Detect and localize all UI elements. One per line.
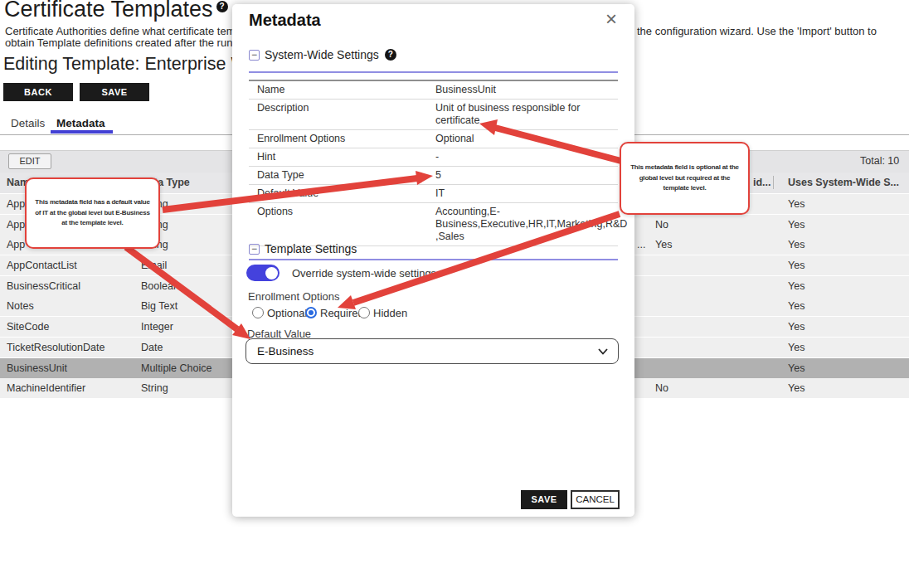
toggle-knob [265,267,278,279]
table-cell: Notes [7,296,34,316]
section-label: System-Wide Settings [265,48,379,61]
modal-save-button[interactable]: SAVE [521,490,567,509]
radio-label: Required [320,307,364,319]
field-label: Options [257,206,435,243]
radio-label: Hidden [373,307,407,319]
table-cell: Date [141,338,163,357]
table-cell: App [7,235,25,255]
table-cell: Yes [788,358,804,378]
field-value: Unit of business responsible for certifi… [435,102,611,127]
table-cell: BusinessUnit [7,358,67,378]
modal-cancel-button[interactable]: CANCEL [571,490,620,509]
field-label: Data Type [257,169,435,182]
column-header-partial[interactable]: id... [753,177,771,188]
metadata-modal: Metadata × − System-Wide Settings ? Name… [232,4,634,517]
total-count: Total: 10 [860,155,899,167]
editing-template-title: Editing Template: Enterprise W [3,54,248,75]
field-value: - [435,151,611,163]
table-cell: Yes [788,194,804,214]
table-cell: Email [141,255,167,275]
column-header-uses-system-wide[interactable]: Uses System-Wide S... [788,177,899,188]
table-cell: App [7,194,25,214]
tab-metadata[interactable]: Metadata [56,117,105,129]
field-label: Enrollment Options [257,133,435,145]
table-cell: Yes [788,378,804,398]
table-cell: Yes [788,276,804,296]
column-separator [773,176,774,189]
table-cell: Boolean [141,276,179,296]
table-cell: Yes [788,296,804,316]
close-icon[interactable]: × [605,7,617,31]
field-label: Description [257,102,435,127]
tab-details[interactable]: Details [11,117,45,129]
back-button[interactable]: BACK [3,83,73,101]
selected-value: E-Business [257,339,314,363]
page-description-line1-right: the configuration wizard. Use the 'Impor… [637,25,877,37]
default-value-select[interactable]: E-Business [245,338,619,364]
system-field-row: OptionsAccounting,E- Business,Executive,… [249,203,618,246]
system-wide-fields: NameBusinessUnitDescriptionUnit of busin… [249,81,618,246]
table-cell: Integer [141,317,173,337]
radio-optional[interactable] [252,307,264,318]
system-field-row: Default ValueIT [249,185,618,203]
system-wide-settings-section[interactable]: − System-Wide Settings ? [249,48,396,61]
table-cell: No [655,378,668,398]
collapse-icon[interactable]: − [249,244,260,255]
radio-required[interactable] [305,307,317,318]
save-button[interactable]: SAVE [80,83,149,101]
field-value: Optional [435,133,611,145]
table-cell: Big Text [141,296,177,316]
callout-enrollment: This metadata field is optional at the g… [620,142,750,215]
table-cell: Yes [788,215,804,235]
system-field-row: Hint- [249,148,618,167]
collapse-icon[interactable]: − [249,50,260,61]
table-cell: Yes [788,255,804,275]
table-cell: String [141,378,168,398]
field-label: Name [257,84,435,96]
section-rule [249,259,618,260]
section-label: Template Settings [265,242,357,255]
help-icon[interactable]: ? [385,49,396,61]
edit-button[interactable]: EDIT [8,153,51,169]
table-cell: Yes [788,235,804,255]
table-cell: TicketResolutionDate [7,338,105,357]
field-value: IT [435,187,611,200]
template-settings-section[interactable]: − Template Settings [249,242,357,255]
table-cell: No [655,215,668,235]
table-cell: ... [637,235,645,255]
table-cell: AppContactList [7,255,77,275]
table-cell: Yes [655,235,672,255]
system-field-row: DescriptionUnit of business responsible … [249,100,618,130]
chevron-down-icon [598,348,608,355]
system-field-row: Enrollment OptionsOptional [249,130,618,148]
table-cell: Multiple Choice [141,358,211,378]
radio-label: Optional [267,307,307,319]
field-label: Default Value [257,187,435,200]
table-cell: BusinessCritical [7,276,80,296]
system-field-row: Data Type5 [249,167,618,185]
enrollment-options-label: Enrollment Options [248,290,340,303]
page-description-line1: Certificate Authorities define what cert… [5,25,244,37]
field-label: Hint [257,151,435,163]
table-cell: App [7,215,25,235]
field-value: BusinessUnit [435,84,611,96]
table-cell: Yes [788,338,804,357]
enrollment-radio-group: OptionalRequiredHidden [232,307,634,320]
override-toggle-label: Override system-wide settings [292,267,436,279]
system-field-row: NameBusinessUnit [249,81,618,100]
callout-default-value: This metadata field has a default value … [25,177,160,249]
table-cell: MachineIdentifier [7,378,85,398]
section-rule [249,71,618,73]
table-cell: Yes [788,317,804,337]
radio-hidden[interactable] [358,307,370,318]
override-toggle[interactable] [246,265,280,281]
page-title: Certificate Templates? [4,0,228,22]
active-tab-underline [51,130,113,134]
field-value: 5 [435,169,611,182]
modal-title: Metadata [249,11,321,30]
field-value: Accounting,E- Business,Executive,HR,IT,M… [435,206,611,243]
page-description-line2: obtain Template definitions created afte… [5,36,247,49]
help-icon[interactable]: ? [216,1,228,12]
table-cell: SiteCode [7,317,49,337]
